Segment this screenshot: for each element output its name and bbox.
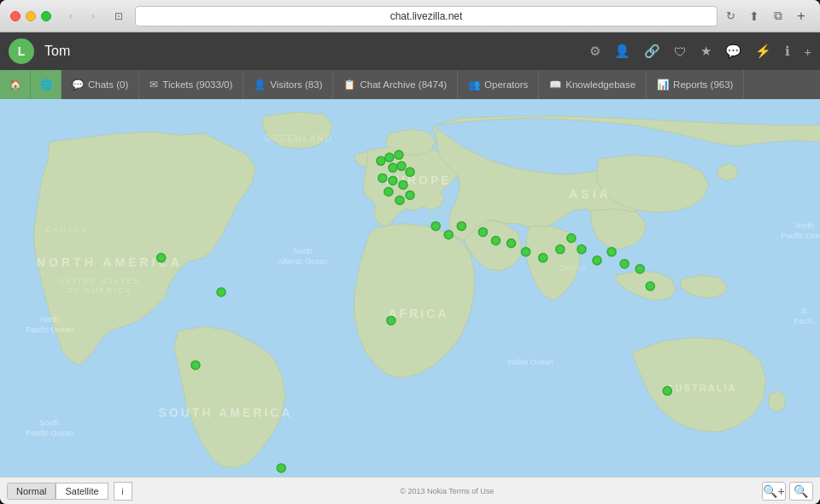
svg-text:North: North bbox=[40, 315, 59, 324]
knowledgebase-icon: 📖 bbox=[549, 79, 561, 91]
nav-tabs: 🏠 🌐 💬 Chats (0) ✉ Tickets (9033/0) 👤 Vis… bbox=[0, 70, 820, 99]
tab-home[interactable]: 🏠 bbox=[0, 70, 31, 99]
share-icon[interactable]: ⬆ bbox=[745, 7, 764, 26]
link-icon[interactable]: 🔗 bbox=[644, 44, 660, 59]
app-header: L Tom ⚙ 👤 🔗 🛡 ★ 💬 ⚡ ℹ + bbox=[0, 32, 820, 70]
svg-point-46 bbox=[522, 248, 530, 256]
svg-text:SOUTH AMERICA: SOUTH AMERICA bbox=[158, 406, 292, 419]
archive-icon: 📋 bbox=[343, 79, 355, 91]
maximize-button[interactable] bbox=[41, 11, 51, 21]
svg-point-43 bbox=[478, 228, 487, 237]
svg-point-31 bbox=[389, 163, 397, 172]
chats-icon: 💬 bbox=[72, 79, 84, 91]
lightning-icon[interactable]: ⚡ bbox=[755, 44, 771, 59]
svg-text:GREENLAND: GREENLAND bbox=[264, 134, 333, 144]
tab-tickets[interactable]: ✉ Tickets (9033/0) bbox=[139, 70, 243, 99]
info-icon[interactable]: ℹ bbox=[785, 44, 790, 59]
svg-point-37 bbox=[384, 187, 393, 196]
reports-label: Reports (963) bbox=[673, 79, 733, 90]
svg-point-39 bbox=[406, 190, 414, 199]
new-tab-button[interactable]: + bbox=[793, 8, 810, 25]
map-container[interactable]: NORTH AMERICA UNITED STATES OF AMERICA C… bbox=[0, 99, 820, 477]
browser-titlebar: ‹ › ⊡ chat.livezilla.net ↻ ⬆ ⧉ + bbox=[0, 0, 820, 32]
world-map: NORTH AMERICA UNITED STATES OF AMERICA C… bbox=[0, 99, 820, 477]
svg-point-50 bbox=[577, 245, 586, 254]
close-button[interactable] bbox=[10, 11, 20, 21]
visitors-icon: 👤 bbox=[254, 79, 266, 91]
svg-point-54 bbox=[636, 265, 644, 273]
svg-text:CHINA: CHINA bbox=[559, 264, 587, 273]
svg-point-27 bbox=[191, 360, 200, 369]
app-content: L Tom ⚙ 👤 🔗 🛡 ★ 💬 ⚡ ℹ + 🏠 🌐 bbox=[0, 32, 820, 504]
svg-text:Atlantic Ocean: Atlantic Ocean bbox=[278, 257, 328, 266]
settings-icon[interactable]: ⚙ bbox=[589, 44, 600, 59]
svg-text:North: North bbox=[293, 247, 312, 255]
traffic-lights bbox=[10, 11, 51, 21]
chat-icon[interactable]: 💬 bbox=[725, 44, 741, 59]
svg-point-44 bbox=[491, 237, 500, 245]
svg-point-26 bbox=[217, 288, 226, 296]
svg-point-57 bbox=[277, 464, 285, 472]
svg-point-49 bbox=[567, 234, 576, 243]
map-info-button[interactable]: i bbox=[114, 482, 132, 501]
svg-point-45 bbox=[507, 239, 516, 248]
tab-reports[interactable]: 📊 Reports (963) bbox=[647, 70, 744, 99]
svg-text:Pacific Ocean: Pacific Ocean bbox=[26, 325, 73, 334]
knowledgebase-label: Knowledgebase bbox=[565, 79, 636, 90]
chat-archive-label: Chat Archive (8474) bbox=[360, 79, 447, 90]
home-icon: 🏠 bbox=[9, 79, 21, 91]
minimize-button[interactable] bbox=[26, 11, 36, 21]
svg-point-53 bbox=[620, 260, 629, 268]
svg-point-55 bbox=[646, 282, 654, 290]
svg-point-30 bbox=[395, 150, 403, 159]
zoom-out-button[interactable]: 🔍 bbox=[789, 482, 813, 501]
svg-point-36 bbox=[399, 180, 407, 189]
shield-icon[interactable]: 🛡 bbox=[674, 44, 687, 59]
app-header-icons: ⚙ 👤 🔗 🛡 ★ 💬 ⚡ ℹ + bbox=[589, 44, 811, 59]
star-icon[interactable]: ★ bbox=[700, 44, 712, 59]
reload-button[interactable]: ↻ bbox=[723, 9, 738, 24]
forward-button[interactable]: › bbox=[84, 7, 102, 26]
svg-point-42 bbox=[457, 222, 466, 231]
nav-buttons: ‹ › bbox=[62, 7, 102, 26]
svg-text:ASIA: ASIA bbox=[569, 187, 612, 201]
map-type-satellite[interactable]: Satellite bbox=[56, 483, 108, 500]
tickets-icon: ✉ bbox=[149, 79, 158, 91]
map-type-controls: Normal Satellite bbox=[7, 483, 108, 500]
svg-text:Pacif..: Pacif.. bbox=[794, 317, 816, 325]
svg-point-58 bbox=[387, 316, 395, 325]
browser-window: ‹ › ⊡ chat.livezilla.net ↻ ⬆ ⧉ + L Tom ⚙… bbox=[0, 0, 820, 504]
svg-text:Indian Ocean: Indian Ocean bbox=[507, 358, 554, 366]
plus-icon[interactable]: + bbox=[804, 44, 811, 59]
tab-visitors[interactable]: 👤 Visitors (83) bbox=[243, 70, 333, 99]
svg-point-40 bbox=[431, 222, 440, 231]
svg-point-56 bbox=[663, 387, 671, 396]
svg-point-41 bbox=[444, 231, 453, 239]
svg-point-48 bbox=[556, 245, 565, 254]
svg-text:OF AMERICA: OF AMERICA bbox=[67, 286, 132, 295]
map-zoom-controls: 🔍+ 🔍 bbox=[762, 482, 813, 501]
svg-text:South: South bbox=[39, 419, 60, 427]
tab-operators[interactable]: 👥 Operators bbox=[458, 70, 539, 99]
zoom-in-button[interactable]: 🔍+ bbox=[762, 482, 786, 501]
address-bar[interactable]: chat.livezilla.net bbox=[135, 6, 718, 26]
tab-knowledgebase[interactable]: 📖 Knowledgebase bbox=[539, 70, 647, 99]
tab-globe[interactable]: 🌐 bbox=[31, 70, 62, 99]
svg-text:AUSTRALIA: AUSTRALIA bbox=[667, 383, 737, 393]
duplicate-icon[interactable]: ⧉ bbox=[769, 7, 788, 26]
svg-point-25 bbox=[157, 254, 166, 262]
svg-point-32 bbox=[397, 161, 406, 170]
svg-text:AFRICA: AFRICA bbox=[388, 307, 448, 320]
operators-icon: 👥 bbox=[468, 79, 480, 91]
map-type-normal[interactable]: Normal bbox=[7, 483, 56, 500]
svg-point-38 bbox=[395, 196, 404, 205]
tab-chats[interactable]: 💬 Chats (0) bbox=[62, 70, 139, 99]
svg-point-52 bbox=[607, 248, 616, 256]
person-icon[interactable]: 👤 bbox=[614, 44, 630, 59]
reader-button[interactable]: ⊡ bbox=[109, 7, 128, 26]
tab-chat-archive[interactable]: 📋 Chat Archive (8474) bbox=[333, 70, 458, 99]
svg-point-47 bbox=[539, 254, 548, 262]
back-button[interactable]: ‹ bbox=[62, 7, 80, 26]
logo-text: L bbox=[18, 44, 26, 58]
svg-point-29 bbox=[385, 153, 394, 161]
